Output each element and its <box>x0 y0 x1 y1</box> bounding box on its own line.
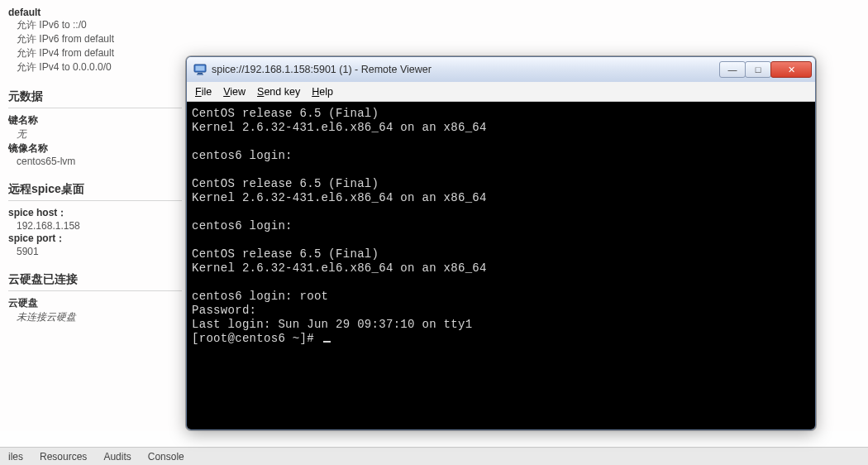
menu-view[interactable]: View <box>223 86 246 98</box>
window-buttons: — □ ✕ <box>720 61 812 78</box>
close-button[interactable]: ✕ <box>770 61 812 78</box>
firewall-rule: 允许 IPv6 from default <box>17 32 868 46</box>
devtools-tab[interactable]: iles <box>0 448 31 465</box>
svg-rect-3 <box>197 74 203 75</box>
devtools-tab[interactable]: Audits <box>95 448 139 465</box>
svg-rect-1 <box>196 66 205 71</box>
devtools-tab[interactable]: Console <box>140 448 193 465</box>
window-title: spice://192.168.1.158:5901 (1) - Remote … <box>212 64 720 75</box>
terminal-cursor <box>323 341 331 343</box>
monitor-icon <box>193 63 207 76</box>
menubar: File View Send key Help <box>187 82 815 102</box>
volumes-heading: 云硬盘已连接 <box>8 272 182 291</box>
devtools-tab[interactable]: Resources <box>31 448 95 465</box>
titlebar[interactable]: spice://192.168.1.158:5901 (1) - Remote … <box>187 57 815 82</box>
devtools-tabs: iles Resources Audits Console <box>0 447 868 465</box>
terminal[interactable]: CentOS release 6.5 (Final) Kernel 2.6.32… <box>187 102 815 429</box>
spice-heading: 远程spice桌面 <box>8 182 182 201</box>
firewall-rule: 允许 IPv6 to ::/0 <box>17 18 868 32</box>
maximize-button[interactable]: □ <box>745 61 771 78</box>
menu-file[interactable]: File <box>195 86 212 98</box>
remote-viewer-window[interactable]: spice://192.168.1.158:5901 (1) - Remote … <box>186 56 816 430</box>
svg-rect-2 <box>198 73 203 74</box>
menu-sendkey[interactable]: Send key <box>257 86 300 98</box>
minimize-button[interactable]: — <box>719 61 746 78</box>
metadata-heading: 元数据 <box>8 89 182 108</box>
menu-help[interactable]: Help <box>312 86 333 98</box>
firewall-title: default <box>8 7 868 18</box>
